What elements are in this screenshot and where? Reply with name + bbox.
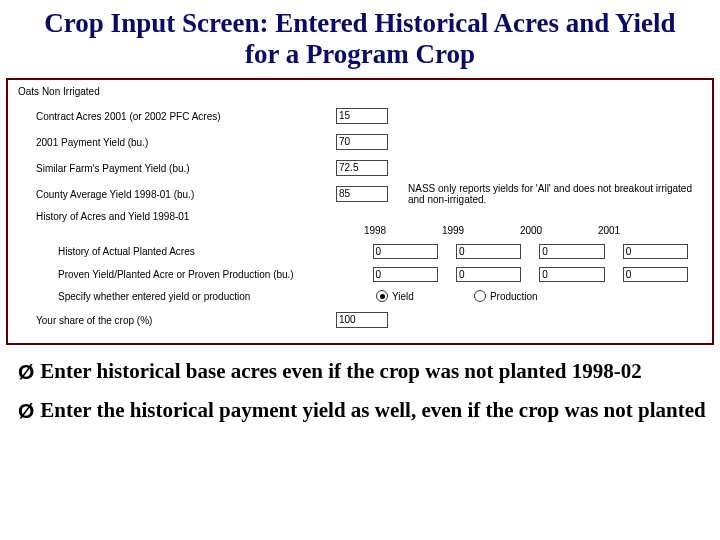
bullet-text: Enter the historical payment yield as we… [40,398,705,423]
bullet-item: Ø Enter historical base acres even if th… [18,359,706,384]
bullet-text: Enter historical base acres even if the … [40,359,641,384]
crop-name: Oats Non Irrigated [18,86,706,97]
years-header: 1998 1999 2000 2001 [336,225,706,241]
history-yield-input[interactable]: 0 [456,267,521,282]
payment-yield-input[interactable]: 70 [336,134,388,150]
form-panel: Oats Non Irrigated Contract Acres 2001 (… [6,78,714,345]
history-heading: History of Acres and Yield 1998-01 [18,211,706,222]
contract-acres-input[interactable]: 15 [336,108,388,124]
radio-production-text: Production [490,291,538,302]
radio-yield[interactable] [376,290,388,302]
radio-yield-text: Yield [392,291,414,302]
history-yield-input[interactable]: 0 [623,267,688,282]
slide-title: Crop Input Screen: Entered Historical Ac… [0,0,720,76]
history-yield-input[interactable]: 0 [539,267,604,282]
share-input[interactable]: 100 [336,312,388,328]
payment-yield-label: 2001 Payment Yield (bu.) [18,137,336,148]
history-acres-input[interactable]: 0 [456,244,521,259]
year-col: 1998 [336,225,414,241]
radio-production[interactable] [474,290,486,302]
bullet-list: Ø Enter historical base acres even if th… [0,345,720,423]
county-avg-label: County Average Yield 1998-01 (bu.) [18,189,336,200]
history-row-yield: Proven Yield/Planted Acre or Proven Prod… [18,264,706,284]
history-yield-label: Proven Yield/Planted Acre or Proven Prod… [18,269,373,280]
similar-yield-label: Similar Farm's Payment Yield (bu.) [18,163,336,174]
contract-acres-label: Contract Acres 2001 (or 2002 PFC Acres) [18,111,336,122]
county-avg-input[interactable]: 85 [336,186,388,202]
arrow-icon: Ø [18,359,34,384]
year-col: 2000 [492,225,570,241]
similar-yield-input[interactable]: 72.5 [336,160,388,176]
bullet-item: Ø Enter the historical payment yield as … [18,398,706,423]
year-col: 2001 [570,225,648,241]
arrow-icon: Ø [18,398,34,423]
history-acres-input[interactable]: 0 [539,244,604,259]
history-acres-input[interactable]: 0 [373,244,438,259]
history-acres-label: History of Actual Planted Acres [18,246,373,257]
history-yield-input[interactable]: 0 [373,267,438,282]
history-row-acres: History of Actual Planted Acres 0 0 0 0 [18,241,706,261]
county-avg-note: NASS only reports yields for 'All' and d… [408,183,706,205]
radio-label: Specify whether entered yield or product… [18,291,376,302]
history-acres-input[interactable]: 0 [623,244,688,259]
share-label: Your share of the crop (%) [18,315,336,326]
year-col: 1999 [414,225,492,241]
